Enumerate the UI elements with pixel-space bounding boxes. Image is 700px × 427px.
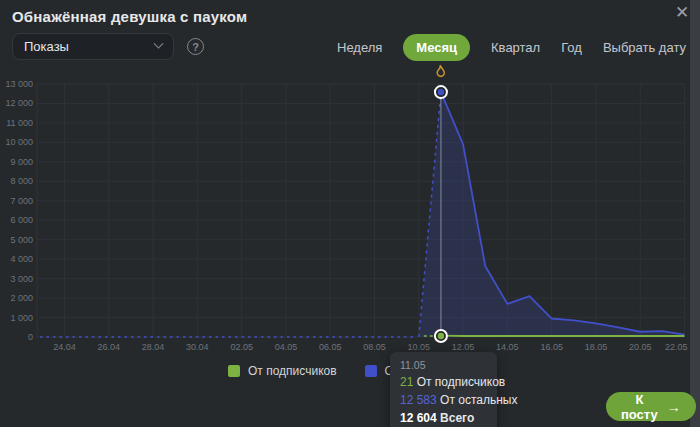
legend-label: От подписчиков: [248, 364, 337, 378]
svg-text:2 000: 2 000: [10, 293, 33, 303]
svg-text:12 000: 12 000: [5, 98, 33, 108]
tooltip-total-label: Всего: [440, 411, 474, 425]
svg-text:9 000: 9 000: [10, 157, 33, 167]
legend-item-subscribers[interactable]: От подписчиков: [228, 364, 337, 378]
svg-text:26.04: 26.04: [98, 342, 121, 352]
svg-text:5 000: 5 000: [10, 235, 33, 245]
svg-text:06.05: 06.05: [319, 342, 342, 352]
svg-text:24.04: 24.04: [53, 342, 76, 352]
chart-legend: От подписчиков От остальных: [0, 364, 690, 378]
svg-text:13 000: 13 000: [5, 79, 33, 89]
svg-text:10 000: 10 000: [5, 137, 33, 147]
svg-text:10.05: 10.05: [408, 342, 431, 352]
arrow-right-icon: →: [667, 399, 681, 415]
svg-text:0: 0: [28, 332, 33, 342]
views-chart[interactable]: 01 0002 0003 0004 0005 0006 0007 0008 00…: [0, 0, 690, 360]
svg-text:1 000: 1 000: [10, 313, 33, 323]
others-swatch-icon: [365, 365, 377, 377]
stats-panel: Обнажённая девушка с пауком Показы ? Нед…: [0, 0, 690, 427]
tooltip-subscribers-label: От подписчиков: [417, 375, 506, 389]
close-icon[interactable]: ✕: [675, 4, 689, 21]
svg-text:28.04: 28.04: [142, 342, 165, 352]
svg-text:14.05: 14.05: [496, 342, 519, 352]
svg-text:16.05: 16.05: [540, 342, 563, 352]
svg-text:04.05: 04.05: [275, 342, 298, 352]
svg-text:30.04: 30.04: [186, 342, 209, 352]
svg-text:08.05: 08.05: [363, 342, 386, 352]
svg-text:11 000: 11 000: [6, 118, 33, 128]
subscribers-swatch-icon: [228, 365, 240, 377]
svg-text:6 000: 6 000: [10, 215, 33, 225]
svg-text:12.05: 12.05: [452, 342, 475, 352]
chart-tooltip: 11.05 21 От подписчиков 12 583 От осталь…: [390, 352, 497, 427]
svg-text:3 000: 3 000: [10, 274, 33, 284]
svg-text:8 000: 8 000: [10, 176, 33, 186]
svg-text:22.05: 22.05: [665, 342, 688, 352]
flame-icon: [437, 66, 444, 77]
svg-text:18.05: 18.05: [585, 342, 608, 352]
tooltip-total-value: 12 604: [400, 411, 437, 425]
tooltip-date: 11.05: [400, 359, 487, 371]
tooltip-subscribers-value: 21: [400, 375, 413, 389]
svg-text:02.05: 02.05: [230, 342, 253, 352]
tooltip-others-label: От остальных: [440, 393, 517, 407]
svg-text:20.05: 20.05: [629, 342, 652, 352]
tooltip-row-others: 12 583 От остальных: [400, 393, 487, 407]
tooltip-row-total: 12 604 Всего: [400, 411, 487, 425]
go-to-post-button[interactable]: К посту →: [606, 392, 696, 421]
svg-text:7 000: 7 000: [10, 196, 33, 206]
svg-text:4 000: 4 000: [10, 254, 33, 264]
tooltip-others-value: 12 583: [400, 393, 437, 407]
tooltip-row-subscribers: 21 От подписчиков: [400, 375, 487, 389]
